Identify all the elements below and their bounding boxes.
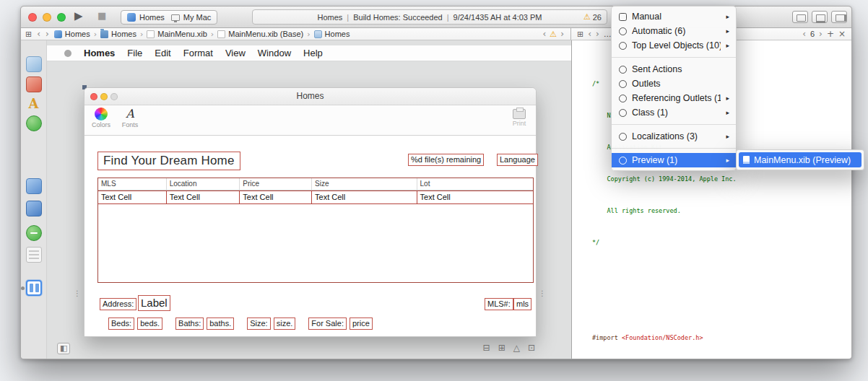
menubar-item[interactable]: Help <box>303 48 323 58</box>
close-button[interactable] <box>28 13 37 22</box>
add-assistant-editor-button[interactable]: + <box>827 29 834 39</box>
zoom-button[interactable] <box>110 93 118 100</box>
back-button[interactable]: ‹ <box>588 30 591 38</box>
field-value[interactable]: baths. <box>207 318 234 330</box>
designed-window-title[interactable]: Homes <box>84 88 536 105</box>
debug-area-toggle-button[interactable] <box>812 11 828 23</box>
stop-button[interactable]: ■ <box>97 10 106 21</box>
menu-item-outlets[interactable]: Outlets <box>612 76 736 91</box>
field-value[interactable]: price <box>350 318 373 330</box>
designed-window-titlebar[interactable]: Homes <box>84 88 536 105</box>
menu-item-localizations[interactable]: Localizations (3) ▸ <box>612 129 736 144</box>
headline-label[interactable]: Find Your Dream Home <box>97 152 240 170</box>
back-button[interactable]: ‹ <box>37 30 40 38</box>
menu-item-manual[interactable]: Manual ▸ <box>612 9 736 24</box>
field-label[interactable]: Size: <box>247 318 270 330</box>
app-delegate-icon[interactable] <box>26 115 42 131</box>
minimize-button[interactable] <box>43 13 51 22</box>
menu-item-referencing-outlets[interactable]: Referencing Outlets (1) ▸ <box>612 91 736 105</box>
crumb-mainmenu-xib-base[interactable]: MainMenu.xib (Base) <box>209 30 303 39</box>
menu-item-automatic[interactable]: Automatic (6) ▸ <box>612 24 736 38</box>
forward-button[interactable]: › <box>45 30 49 38</box>
field-value[interactable]: beds. <box>137 318 162 330</box>
print-toolbar-item[interactable]: Print <box>504 108 534 127</box>
menu-item-top-level-objects[interactable]: Top Level Objects (10) ▸ <box>612 38 736 53</box>
menubar-item[interactable]: Edit <box>155 48 170 58</box>
files-owner-icon[interactable] <box>26 56 42 72</box>
crumb-homes-window[interactable]: Homes <box>305 30 350 39</box>
related-items-icon[interactable]: ⊞ <box>577 30 583 39</box>
related-items-icon[interactable]: ⊞ <box>25 30 32 39</box>
apple-menu-icon[interactable] <box>64 50 71 57</box>
files-remaining-label[interactable]: %d file(s) remaining <box>408 154 484 166</box>
language-label[interactable]: Language <box>497 154 538 166</box>
close-assistant-editor-button[interactable]: × <box>838 29 846 39</box>
previous-issue-button[interactable]: ‹ <box>543 30 547 38</box>
colors-toolbar-item[interactable]: Colors <box>86 108 116 128</box>
close-button[interactable] <box>90 93 97 100</box>
minimize-button[interactable] <box>100 93 108 100</box>
next-issue-button[interactable]: › <box>819 30 823 38</box>
table-column-header[interactable]: MLS <box>98 178 167 190</box>
zoom-button[interactable] <box>57 13 66 22</box>
font-manager-icon[interactable] <box>26 225 42 241</box>
fonts-toolbar-item[interactable]: A Fonts <box>115 108 145 128</box>
menubar-item[interactable]: Format <box>183 48 213 58</box>
menubar-item[interactable]: View <box>225 48 246 58</box>
menu-item-preview[interactable]: Preview (1) ▸ <box>612 153 736 167</box>
table-cell[interactable]: Text Cell <box>240 191 312 203</box>
application-icon[interactable]: A <box>26 96 42 112</box>
resizing-behavior-button[interactable]: ⊡ <box>528 343 535 353</box>
menu-item-class[interactable]: Class (1) ▸ <box>612 105 736 120</box>
table-column-header[interactable]: Size <box>312 178 417 190</box>
drag-handle-icon[interactable]: ⋮ <box>539 289 546 297</box>
selected-window-icon[interactable] <box>26 280 42 296</box>
resolve-auto-layout-button[interactable]: △ <box>513 343 520 353</box>
fonts-a-icon: A <box>115 108 145 121</box>
menubar-item[interactable]: Window <box>258 48 291 58</box>
scheme-selector[interactable]: Homes My Mac <box>121 10 217 25</box>
navigator-toggle-button[interactable] <box>792 11 808 23</box>
menubar-app-item[interactable]: Homes <box>84 48 115 58</box>
crumb-group-homes[interactable]: Homes <box>92 30 136 39</box>
submenu-arrow-icon: ▸ <box>726 133 729 140</box>
run-button[interactable]: ▶ <box>74 9 83 22</box>
align-button[interactable]: ⊟ <box>483 343 490 353</box>
designed-window[interactable]: Homes Colors A Fonts Print <box>84 87 537 337</box>
menubar-item[interactable]: File <box>127 48 142 58</box>
pin-button[interactable]: ⊞ <box>498 343 505 353</box>
address-label[interactable]: Address: <box>100 298 136 310</box>
mls-value-field[interactable]: mls <box>513 298 531 310</box>
address-value-label[interactable]: Label <box>138 295 170 311</box>
inspector-toggle-button[interactable] <box>831 11 847 23</box>
menu-item-sent-actions[interactable]: Sent Actions <box>612 62 736 76</box>
table-cell[interactable]: Text Cell <box>167 191 240 203</box>
previous-issue-button[interactable]: ‹ <box>802 30 806 38</box>
first-responder-icon[interactable] <box>26 76 42 92</box>
designed-window-toolbar[interactable]: Colors A Fonts Print <box>84 105 536 136</box>
next-issue-button[interactable]: › <box>560 30 564 38</box>
submenu-item-mainmenu-xib-preview[interactable]: MainMenu.xib (Preview) <box>739 152 862 167</box>
table-cell[interactable]: Text Cell <box>417 191 533 203</box>
table-cell[interactable]: Text Cell <box>312 191 417 203</box>
table-cell[interactable]: Text Cell <box>98 191 167 203</box>
table-column-header[interactable]: Location <box>167 178 240 190</box>
window-object-icon[interactable] <box>26 178 42 194</box>
ib-canvas[interactable]: Homes FileEditFormatViewWindowHelp ⋮ ⋮ H… <box>47 40 571 359</box>
drag-handle-icon[interactable]: ⋮ <box>74 289 81 297</box>
main-menu-icon[interactable] <box>26 247 42 263</box>
field-label[interactable]: For Sale: <box>308 318 347 330</box>
crumb-project-homes[interactable]: Homes <box>54 30 90 38</box>
forward-button[interactable]: › <box>596 30 599 38</box>
mls-label[interactable]: MLS#: <box>485 298 513 310</box>
field-label[interactable]: Beds: <box>108 318 134 330</box>
listings-table[interactable]: MLSLocationPriceSizeLot Text CellText Ce… <box>97 178 534 283</box>
warnings-badge[interactable]: ⚠ 26 <box>583 12 602 22</box>
view-object-icon[interactable] <box>26 201 42 216</box>
table-column-header[interactable]: Price <box>240 178 312 190</box>
field-label[interactable]: Baths: <box>175 318 204 330</box>
field-value[interactable]: size. <box>274 318 296 330</box>
document-outline-toggle-button[interactable]: ◧ <box>57 343 70 354</box>
crumb-mainmenu-xib[interactable]: MainMenu.xib <box>139 30 207 39</box>
table-column-header[interactable]: Lot <box>417 178 533 190</box>
